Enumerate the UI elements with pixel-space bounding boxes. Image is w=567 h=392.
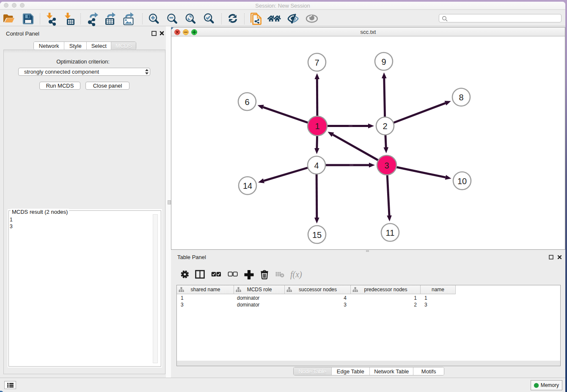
svg-text:f(x): f(x) [290, 270, 302, 279]
